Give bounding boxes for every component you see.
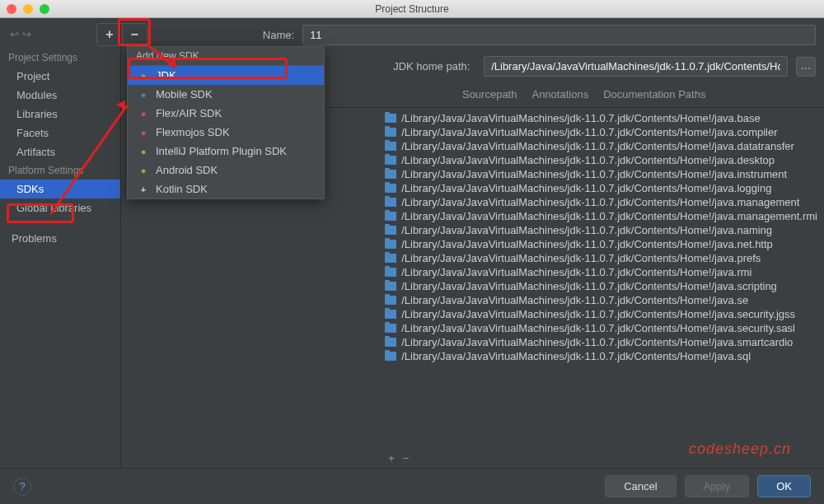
- classpath-text: /Library/Java/JavaVirtualMachines/jdk-11…: [401, 252, 761, 264]
- folder-icon: [385, 282, 396, 291]
- classpath-text: /Library/Java/JavaVirtualMachines/jdk-11…: [401, 350, 751, 362]
- folder-icon: [385, 254, 396, 263]
- tab-sourcepath[interactable]: Sourcepath: [456, 85, 524, 104]
- popup-item-android-sdk[interactable]: ●Android SDK: [128, 161, 324, 180]
- classpath-row[interactable]: /Library/Java/JavaVirtualMachines/jdk-11…: [385, 237, 817, 251]
- folder-icon: [385, 156, 396, 165]
- sidebar-item-facets[interactable]: Facets: [0, 124, 120, 142]
- folder-icon: [385, 310, 396, 319]
- classpath-row[interactable]: /Library/Java/JavaVirtualMachines/jdk-11…: [385, 279, 817, 293]
- close-icon[interactable]: [7, 4, 16, 14]
- classpath-text: /Library/Java/JavaVirtualMachines/jdk-11…: [401, 210, 817, 222]
- sdk-type-icon: ●: [138, 70, 149, 82]
- browse-button[interactable]: …: [796, 57, 816, 77]
- sidebar-item-libraries[interactable]: Libraries: [0, 105, 120, 124]
- classpath-row[interactable]: /Library/Java/JavaVirtualMachines/jdk-11…: [385, 223, 817, 237]
- maximize-icon[interactable]: [40, 4, 49, 14]
- window-title: Project Structure: [375, 3, 448, 15]
- classpath-row[interactable]: /Library/Java/JavaVirtualMachines/jdk-11…: [385, 195, 817, 209]
- tab-annotations[interactable]: Annotations: [525, 85, 595, 104]
- macos-titlebar: Project Structure: [0, 0, 824, 18]
- classpath-row[interactable]: /Library/Java/JavaVirtualMachines/jdk-11…: [385, 209, 817, 223]
- sdk-type-icon: +: [138, 184, 149, 195]
- popup-item-label: JDK: [156, 69, 176, 82]
- classpath-text: /Library/Java/JavaVirtualMachines/jdk-11…: [401, 140, 794, 152]
- remove-sdk-button[interactable]: −: [122, 24, 147, 45]
- home-path-label: JDK home path:: [393, 60, 475, 72]
- classpath-row[interactable]: /Library/Java/JavaVirtualMachines/jdk-11…: [385, 321, 817, 335]
- classpath-text: /Library/Java/JavaVirtualMachines/jdk-11…: [401, 238, 773, 250]
- popup-item-label: IntelliJ Platform Plugin SDK: [156, 145, 287, 157]
- folder-icon: [385, 170, 396, 179]
- add-sdk-button[interactable]: +: [97, 24, 121, 45]
- classpath-row[interactable]: /Library/Java/JavaVirtualMachines/jdk-11…: [385, 167, 817, 181]
- popup-item-label: Flexmojos SDK: [156, 126, 230, 138]
- folder-icon: [385, 212, 396, 221]
- classpath-row[interactable]: /Library/Java/JavaVirtualMachines/jdk-11…: [385, 307, 817, 321]
- apply-button[interactable]: Apply: [685, 475, 750, 497]
- tab-documentation-paths[interactable]: Documentation Paths: [597, 85, 712, 104]
- name-label: Name:: [263, 29, 294, 41]
- classpath-remove-button[interactable]: −: [403, 452, 410, 464]
- classpath-row[interactable]: /Library/Java/JavaVirtualMachines/jdk-11…: [385, 111, 817, 125]
- classpath-row[interactable]: /Library/Java/JavaVirtualMachines/jdk-11…: [385, 181, 817, 195]
- sidebar-group-project: Project Settings: [0, 49, 120, 67]
- nav-forward-icon[interactable]: ↪: [22, 28, 31, 40]
- popup-item-jdk[interactable]: ●JDK: [128, 66, 324, 85]
- folder-icon: [385, 268, 396, 277]
- classpath-row[interactable]: /Library/Java/JavaVirtualMachines/jdk-11…: [385, 349, 817, 363]
- folder-icon: [385, 324, 396, 333]
- sdk-type-icon: ●: [138, 165, 149, 176]
- sidebar: ↩ ↪ Project Settings Project Modules Lib…: [0, 18, 121, 468]
- classpath-text: /Library/Java/JavaVirtualMachines/jdk-11…: [401, 336, 793, 348]
- classpath-text: /Library/Java/JavaVirtualMachines/jdk-11…: [401, 168, 787, 180]
- popup-item-flex-air-sdk[interactable]: ●Flex/AIR SDK: [128, 104, 324, 123]
- popup-item-mobile-sdk[interactable]: ●Mobile SDK: [128, 85, 324, 104]
- window-controls: [7, 4, 49, 14]
- classpath-text: /Library/Java/JavaVirtualMachines/jdk-11…: [401, 266, 751, 278]
- folder-icon: [385, 114, 396, 123]
- sidebar-item-project[interactable]: Project: [0, 67, 120, 86]
- sdk-type-icon: ●: [138, 108, 149, 119]
- sdk-name-input[interactable]: [302, 25, 816, 45]
- sdk-type-icon: ●: [138, 127, 149, 138]
- popup-item-flexmojos-sdk[interactable]: ●Flexmojos SDK: [128, 123, 324, 142]
- ok-button[interactable]: OK: [757, 475, 811, 497]
- cancel-button[interactable]: Cancel: [605, 475, 676, 497]
- popup-item-label: Kotlin SDK: [156, 183, 208, 195]
- sidebar-group-platform: Platform Settings: [0, 161, 120, 180]
- home-path-input[interactable]: [484, 56, 788, 77]
- classpath-row[interactable]: /Library/Java/JavaVirtualMachines/jdk-11…: [385, 139, 817, 153]
- classpath-text: /Library/Java/JavaVirtualMachines/jdk-11…: [401, 280, 777, 292]
- classpath-row[interactable]: /Library/Java/JavaVirtualMachines/jdk-11…: [385, 335, 817, 349]
- sidebar-item-artifacts[interactable]: Artifacts: [0, 142, 120, 161]
- classpath-text: /Library/Java/JavaVirtualMachines/jdk-11…: [401, 182, 771, 194]
- popup-item-label: Android SDK: [156, 164, 218, 176]
- add-sdk-popup: Add New SDK ●JDK●Mobile SDK●Flex/AIR SDK…: [127, 46, 325, 199]
- folder-icon: [385, 240, 396, 249]
- folder-icon: [385, 352, 396, 361]
- classpath-row[interactable]: /Library/Java/JavaVirtualMachines/jdk-11…: [385, 293, 817, 307]
- folder-icon: [385, 184, 396, 193]
- popup-item-kotlin-sdk[interactable]: +Kotlin SDK: [128, 180, 324, 198]
- classpath-row[interactable]: /Library/Java/JavaVirtualMachines/jdk-11…: [385, 265, 817, 279]
- classpath-text: /Library/Java/JavaVirtualMachines/jdk-11…: [401, 126, 777, 138]
- classpath-text: /Library/Java/JavaVirtualMachines/jdk-11…: [401, 308, 795, 320]
- classpath-add-button[interactable]: +: [388, 452, 395, 464]
- classpath-row[interactable]: /Library/Java/JavaVirtualMachines/jdk-11…: [385, 125, 817, 139]
- nav-back-icon[interactable]: ↩: [10, 28, 19, 40]
- sidebar-item-global-libraries[interactable]: Global Libraries: [0, 198, 120, 217]
- sidebar-item-modules[interactable]: Modules: [0, 86, 120, 105]
- classpath-row[interactable]: /Library/Java/JavaVirtualMachines/jdk-11…: [385, 251, 817, 265]
- sidebar-item-problems[interactable]: Problems: [0, 229, 120, 248]
- popup-header: Add New SDK: [128, 47, 324, 66]
- classpath-row[interactable]: /Library/Java/JavaVirtualMachines/jdk-11…: [385, 153, 817, 167]
- sidebar-item-sdks[interactable]: SDKs: [0, 180, 120, 198]
- folder-icon: [385, 128, 396, 137]
- minimize-icon[interactable]: [23, 4, 33, 14]
- folder-icon: [385, 142, 396, 151]
- classpath-text: /Library/Java/JavaVirtualMachines/jdk-11…: [401, 322, 795, 334]
- help-button[interactable]: ?: [13, 478, 31, 496]
- popup-item-intellij-platform-plugin-sdk[interactable]: ●IntelliJ Platform Plugin SDK: [128, 142, 324, 161]
- classpath-text: /Library/Java/JavaVirtualMachines/jdk-11…: [401, 294, 748, 306]
